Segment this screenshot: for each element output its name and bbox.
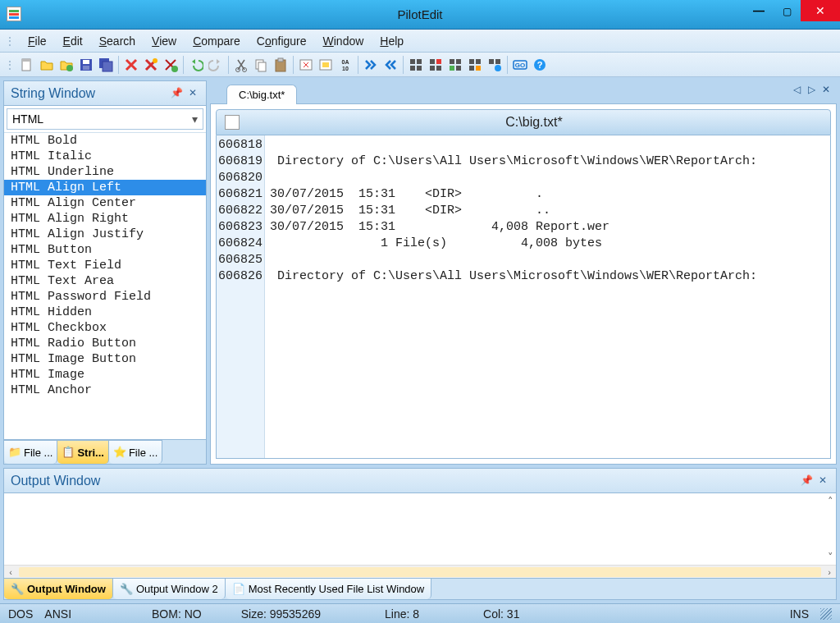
output-window-title: Output Window: [11, 474, 100, 488]
horizontal-scrollbar[interactable]: ‹ ›: [4, 565, 836, 578]
svg-text:GO: GO: [515, 62, 525, 69]
string-list-item[interactable]: HTML Align Center: [4, 195, 206, 211]
open-ftp-button[interactable]: [57, 56, 75, 74]
string-list-item[interactable]: HTML Text Field: [4, 258, 206, 273]
string-list-item[interactable]: HTML Align Left: [4, 180, 206, 195]
cut-button[interactable]: [232, 56, 250, 74]
tab-close-icon[interactable]: ✕: [820, 84, 832, 95]
string-list-item[interactable]: HTML Image: [4, 367, 206, 383]
string-list: HTML BoldHTML ItalicHTML UnderlineHTML A…: [4, 132, 206, 439]
redo-button[interactable]: [207, 56, 225, 74]
help-button[interactable]: ?: [531, 56, 549, 74]
svg-rect-25: [430, 59, 435, 64]
save-button[interactable]: [77, 56, 95, 74]
dbl-arrow-left-button[interactable]: [381, 56, 399, 74]
status-bom: BOM: NO: [152, 607, 202, 621]
tab-prev-icon[interactable]: ◁: [791, 84, 802, 95]
maximize-button[interactable]: [773, 0, 801, 21]
undo-button[interactable]: [187, 56, 205, 74]
editor-tab[interactable]: C:\big.txt*: [226, 85, 297, 104]
copy-button[interactable]: [252, 56, 270, 74]
string-list-item[interactable]: HTML Hidden: [4, 305, 206, 320]
string-list-item[interactable]: HTML Button: [4, 242, 206, 258]
scroll-right-icon[interactable]: ›: [823, 567, 836, 577]
output-tab[interactable]: 🔧Output Window: [4, 579, 113, 599]
string-list-item[interactable]: HTML Bold: [4, 133, 206, 149]
svg-point-8: [153, 58, 158, 63]
open-file-button[interactable]: [38, 56, 56, 74]
menu-edit[interactable]: Edit: [55, 32, 91, 50]
svg-rect-1: [22, 59, 30, 62]
save-all-button[interactable]: [97, 56, 115, 74]
tab-next-icon[interactable]: ▷: [806, 84, 817, 95]
string-list-item[interactable]: HTML Align Justify: [4, 227, 206, 242]
svg-rect-15: [278, 58, 283, 62]
paste-button[interactable]: [272, 56, 290, 74]
output-close-icon[interactable]: ✕: [816, 474, 829, 488]
scroll-left-icon[interactable]: ‹: [4, 567, 17, 577]
left-panel-tab[interactable]: 📁File ...: [4, 440, 57, 464]
svg-rect-28: [436, 66, 441, 71]
menu-file[interactable]: File: [20, 32, 55, 50]
svg-rect-7: [103, 62, 112, 71]
grid-1-button[interactable]: [407, 56, 425, 74]
string-list-item[interactable]: HTML Radio Button: [4, 336, 206, 351]
string-list-item[interactable]: HTML Italic: [4, 149, 206, 164]
output-pin-icon[interactable]: 📌: [800, 474, 813, 488]
close-panel-icon[interactable]: ✕: [186, 87, 199, 100]
grid-3-button[interactable]: [446, 56, 464, 74]
minimize-button[interactable]: [745, 0, 773, 21]
code-text-area[interactable]: Directory of C:\Users\All Users\Microsof…: [265, 135, 830, 458]
status-encoding-dos: DOS: [8, 607, 33, 621]
string-list-item[interactable]: HTML Align Right: [4, 211, 206, 227]
menu-view[interactable]: View: [144, 32, 185, 50]
menu-bar: ⋮ FileEditSearchViewCompareConfigureWind…: [0, 30, 840, 53]
menu-configure[interactable]: Configure: [249, 32, 315, 50]
tab-label: File ...: [129, 447, 158, 459]
toolbar-separator: [118, 56, 119, 74]
toggle-1-button[interactable]: [297, 56, 315, 74]
delete-red-x-button[interactable]: [142, 56, 160, 74]
menu-window[interactable]: Window: [315, 32, 372, 50]
grid-settings-button[interactable]: [486, 56, 504, 74]
menu-help[interactable]: Help: [372, 32, 412, 50]
grid-2-button[interactable]: [427, 56, 445, 74]
pin-icon[interactable]: 📌: [170, 87, 183, 100]
string-list-item[interactable]: HTML Anchor: [4, 383, 206, 398]
grid-4-button[interactable]: [466, 56, 484, 74]
scroll-down-icon[interactable]: ˅: [828, 551, 833, 563]
left-panel-tab[interactable]: 📋Stri...: [57, 440, 109, 464]
add-green-button[interactable]: [162, 56, 180, 74]
svg-rect-32: [456, 66, 461, 71]
string-list-item[interactable]: HTML Text Area: [4, 273, 206, 289]
string-list-item[interactable]: HTML Underline: [4, 164, 206, 180]
editor-content[interactable]: 606818 606819 606820 606821 606822 60682…: [216, 135, 831, 459]
string-list-item[interactable]: HTML Password Field: [4, 289, 206, 305]
scrollbar-track[interactable]: [19, 567, 821, 577]
string-category-dropdown[interactable]: HTML: [7, 108, 203, 130]
menu-search[interactable]: Search: [91, 32, 144, 50]
go-button[interactable]: GO: [511, 56, 529, 74]
new-file-button[interactable]: [18, 56, 36, 74]
delete-x-button[interactable]: [122, 56, 140, 74]
dbl-arrow-right-button[interactable]: [362, 56, 380, 74]
output-tab[interactable]: 🔧Output Window 2: [113, 579, 226, 599]
output-body[interactable]: ˄ ˅ ‹ ›: [4, 493, 836, 578]
scroll-up-icon[interactable]: ˄: [828, 495, 833, 507]
menu-compare[interactable]: Compare: [185, 32, 249, 50]
line-number-gutter: 606818 606819 606820 606821 606822 60682…: [217, 135, 265, 458]
string-list-item[interactable]: HTML Checkbox: [4, 320, 206, 336]
left-panel-tab[interactable]: ⭐File ...: [109, 440, 162, 464]
output-tab[interactable]: 📄Most Recently Used File List Window: [226, 579, 432, 599]
close-button[interactable]: [801, 0, 840, 21]
svg-rect-29: [450, 59, 454, 64]
hex-0a10-button[interactable]: 0A10: [336, 56, 354, 74]
app-icon: [7, 7, 21, 21]
toggle-2-button[interactable]: [317, 56, 335, 74]
editor-tab-label: C:\big.txt*: [239, 89, 285, 101]
editor-panel: C:\big.txt* ◁ ▷ ✕ C:\big.txt* 606818 606…: [210, 80, 837, 465]
toolbar-separator: [403, 56, 404, 74]
resize-grip-icon[interactable]: [820, 608, 832, 620]
string-list-item[interactable]: HTML Image Button: [4, 351, 206, 367]
output-window-header: Output Window 📌 ✕: [4, 469, 836, 493]
